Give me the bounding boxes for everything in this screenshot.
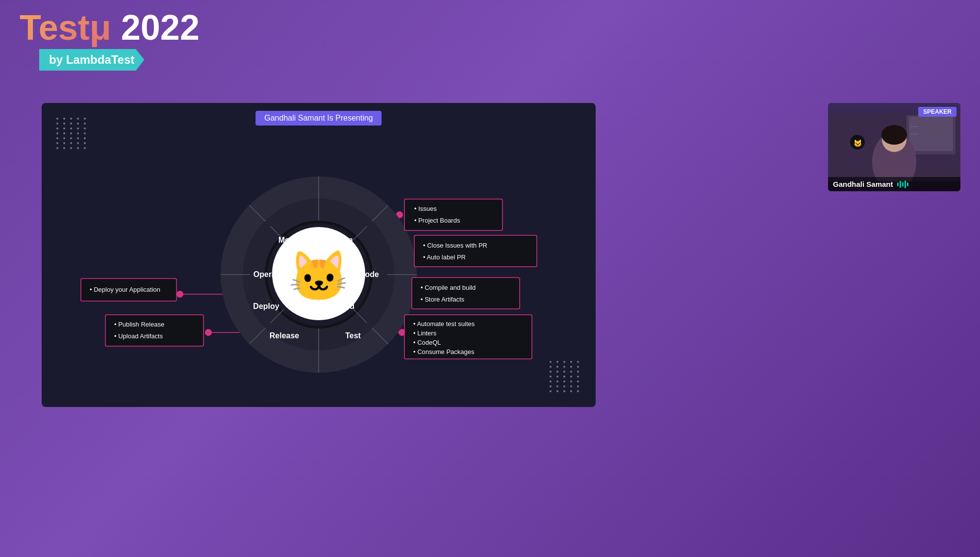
svg-line-31 bbox=[271, 227, 284, 240]
svg-line-25 bbox=[353, 227, 367, 240]
svg-point-10 bbox=[205, 329, 212, 336]
speaker-name: Gandhali Samant bbox=[833, 180, 893, 188]
svg-text:Plan: Plan bbox=[336, 236, 353, 244]
audio-wave bbox=[897, 180, 908, 188]
slide-container: Gandhali Samant Is Presenting bbox=[42, 103, 596, 407]
svg-text:• Consume Packages: • Consume Packages bbox=[413, 348, 475, 355]
svg-text:Release: Release bbox=[270, 331, 300, 340]
dot-grid-left bbox=[56, 118, 88, 149]
svg-text:• Upload Artifacts: • Upload Artifacts bbox=[114, 332, 163, 340]
svg-text:• Linters: • Linters bbox=[413, 329, 437, 337]
svg-point-6 bbox=[396, 211, 403, 218]
svg-point-14 bbox=[265, 221, 373, 329]
logo-area: Testμ 2022 by LambdaTest bbox=[20, 10, 200, 71]
svg-line-23 bbox=[250, 205, 266, 222]
svg-point-70 bbox=[881, 125, 907, 145]
svg-text:• • • •: • • • • bbox=[911, 125, 918, 128]
svg-text:• Project Boards: • Project Boards bbox=[414, 217, 460, 224]
svg-text:• Issues: • Issues bbox=[414, 205, 437, 212]
svg-text:Monitor: Monitor bbox=[278, 236, 307, 244]
logo-subtitle: by LambdaTest bbox=[39, 49, 144, 71]
logo-year: 2022 bbox=[111, 8, 200, 47]
presenter-badge: Gandhali Samant Is Presenting bbox=[255, 111, 381, 126]
svg-line-29 bbox=[271, 309, 284, 323]
svg-rect-56 bbox=[105, 315, 203, 346]
svg-rect-42 bbox=[404, 199, 503, 230]
svg-text:• Automate test suites: • Automate test suites bbox=[413, 320, 475, 328]
speaker-name-bar: Gandhali Samant bbox=[828, 177, 960, 191]
svg-point-40 bbox=[272, 227, 365, 320]
svg-text:• Publish Release: • Publish Release bbox=[114, 321, 164, 328]
svg-text:• CodeQL: • CodeQL bbox=[413, 339, 441, 346]
svg-line-17 bbox=[372, 205, 388, 222]
svg-rect-59 bbox=[81, 278, 176, 301]
svg-point-13 bbox=[243, 199, 395, 351]
svg-text:• Auto label PR: • Auto label PR bbox=[423, 253, 466, 261]
svg-point-12 bbox=[221, 177, 417, 373]
speaker-badge: SPEAKER bbox=[918, 107, 956, 117]
svg-text:🐱: 🐱 bbox=[288, 248, 350, 305]
logo-test: Testμ bbox=[20, 8, 111, 47]
svg-rect-51 bbox=[404, 315, 532, 359]
svg-text:🐱: 🐱 bbox=[854, 139, 862, 148]
dot-grid-right bbox=[550, 361, 581, 392]
svg-rect-45 bbox=[414, 235, 537, 267]
svg-text:Deploy: Deploy bbox=[253, 302, 279, 310]
speaker-window: SPEAKER • • • • • • • • 🐱 Gandhali Saman… bbox=[828, 103, 960, 191]
svg-text:Build: Build bbox=[335, 302, 354, 310]
svg-point-9 bbox=[399, 329, 405, 336]
svg-text:Test: Test bbox=[345, 331, 361, 340]
svg-point-8 bbox=[403, 291, 410, 298]
svg-text:Operate: Operate bbox=[253, 270, 283, 278]
svg-point-11 bbox=[176, 291, 183, 298]
svg-point-15 bbox=[267, 223, 370, 326]
svg-text:• • • •: • • • • bbox=[911, 132, 918, 135]
svg-point-7 bbox=[406, 249, 413, 256]
svg-line-19 bbox=[372, 328, 388, 344]
svg-rect-48 bbox=[412, 278, 520, 309]
svg-line-27 bbox=[353, 309, 367, 323]
svg-text:• Deploy your Application: • Deploy your Application bbox=[90, 286, 160, 293]
svg-line-21 bbox=[250, 328, 266, 344]
svg-text:Code: Code bbox=[359, 270, 379, 278]
diagram-svg: Monitor Plan Code Build Test Release Dep… bbox=[42, 103, 596, 407]
svg-text:• Store Artifacts: • Store Artifacts bbox=[421, 296, 465, 303]
svg-text:• Compile and build: • Compile and build bbox=[421, 284, 476, 291]
svg-text:• Close Issues with PR: • Close Issues with PR bbox=[423, 242, 487, 249]
